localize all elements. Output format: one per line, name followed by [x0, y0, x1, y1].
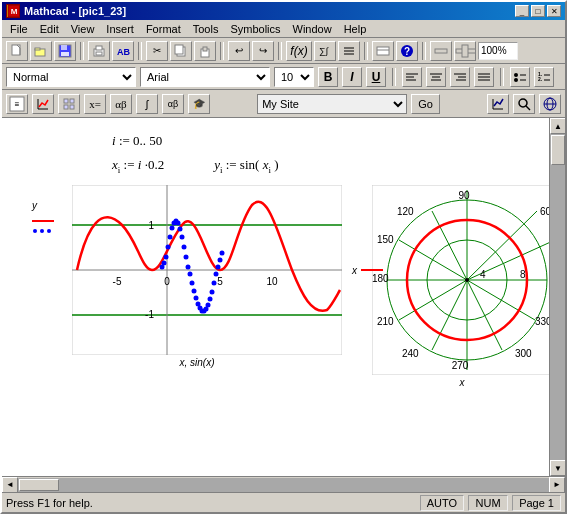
h-scroll-track[interactable]: [18, 478, 549, 492]
web-button[interactable]: [539, 94, 561, 114]
new-button[interactable]: [6, 41, 28, 61]
zoom-view-button[interactable]: [513, 94, 535, 114]
maximize-button[interactable]: □: [531, 5, 545, 17]
matrix-button[interactable]: [58, 94, 80, 114]
menu-window[interactable]: Window: [287, 22, 338, 36]
open-button[interactable]: [30, 41, 52, 61]
greek-button[interactable]: αβ: [110, 94, 132, 114]
prog-button[interactable]: 🎓: [188, 94, 210, 114]
svg-point-65: [47, 229, 51, 233]
minimize-button[interactable]: _: [515, 5, 529, 17]
italic-button[interactable]: I: [342, 67, 362, 87]
scrollbar-vertical[interactable]: ▲ ▼: [549, 118, 565, 476]
zoom-in-button[interactable]: [454, 41, 476, 61]
left-xlabel: x, sin(x): [72, 357, 322, 368]
svg-rect-4: [35, 48, 40, 50]
eq2-x: xi := i ·0.2: [112, 157, 164, 175]
svg-point-86: [178, 226, 183, 231]
legend-y-label: y: [32, 200, 37, 211]
svg-text:60: 60: [540, 206, 549, 217]
fx-button[interactable]: f(x): [286, 41, 312, 61]
menu-format[interactable]: Format: [140, 22, 187, 36]
h-scroll-thumb[interactable]: [19, 479, 59, 491]
menu-view[interactable]: View: [65, 22, 101, 36]
size-select[interactable]: 10: [274, 67, 314, 87]
align-center-button[interactable]: [426, 67, 446, 87]
menu-tools[interactable]: Tools: [187, 22, 225, 36]
svg-rect-53: [64, 105, 68, 109]
sep6: [422, 42, 426, 60]
align-right-button[interactable]: [450, 67, 470, 87]
svg-rect-15: [203, 47, 207, 51]
menu-insert[interactable]: Insert: [100, 22, 140, 36]
chart-view-button[interactable]: [487, 94, 509, 114]
svg-point-82: [170, 225, 175, 230]
scroll-up-button[interactable]: ▲: [550, 118, 565, 134]
svg-point-101: [208, 296, 213, 301]
zoom-percent[interactable]: 100%: [478, 42, 518, 60]
eval-button[interactable]: x=: [84, 94, 106, 114]
cut-button[interactable]: ✂: [146, 41, 168, 61]
svg-point-79: [164, 254, 169, 259]
graph-button[interactable]: [32, 94, 54, 114]
equation-2: xi := i ·0.2 yi := sin( xi ): [112, 157, 539, 175]
svg-point-85: [176, 220, 181, 225]
scroll-right-button[interactable]: ►: [549, 477, 565, 493]
scroll-thumb[interactable]: [551, 135, 565, 165]
help-button[interactable]: ?: [396, 41, 418, 61]
scroll-track[interactable]: [550, 134, 565, 460]
sep3: [220, 42, 224, 60]
zoom-out-button[interactable]: [430, 41, 452, 61]
menu-file[interactable]: File: [4, 22, 34, 36]
svg-point-104: [214, 271, 219, 276]
math-toolbar: ≡ x= αβ ∫ αβ 🎓 My Site Go: [2, 90, 565, 118]
numbered-button[interactable]: 1.2.: [534, 67, 554, 87]
svg-text:M: M: [11, 7, 18, 16]
align-left-button[interactable]: [402, 67, 422, 87]
close-button[interactable]: ✕: [547, 5, 561, 17]
style-select[interactable]: Normal: [6, 67, 136, 87]
bullet-button[interactable]: [510, 67, 530, 87]
main-area: i := 0.. 50 xi := i ·0.2 yi := sin( xi: [2, 118, 565, 476]
undo-button[interactable]: ↩: [228, 41, 250, 61]
menu-edit[interactable]: Edit: [34, 22, 65, 36]
svg-text:5: 5: [217, 276, 223, 287]
svg-rect-9: [96, 46, 102, 50]
svg-point-139: [465, 278, 469, 282]
underline-button[interactable]: U: [366, 67, 386, 87]
equation-button[interactable]: ∑∫: [314, 41, 336, 61]
redo-button[interactable]: ↪: [252, 41, 274, 61]
font-select[interactable]: Arial: [140, 67, 270, 87]
scroll-down-button[interactable]: ▼: [550, 460, 565, 476]
svg-point-64: [40, 229, 44, 233]
canvas[interactable]: i := 0.. 50 xi := i ·0.2 yi := sin( xi: [2, 118, 549, 476]
bold-button[interactable]: B: [318, 67, 338, 87]
paste-button[interactable]: [194, 41, 216, 61]
justify-button[interactable]: [474, 67, 494, 87]
svg-text:≡: ≡: [15, 100, 20, 109]
calc-button[interactable]: ≡: [6, 94, 28, 114]
url-bar: My Site Go: [257, 94, 440, 114]
menu-help[interactable]: Help: [338, 22, 373, 36]
url-select[interactable]: My Site: [257, 94, 407, 114]
left-chart-svg: -5 0 5 10 1 -1: [72, 185, 342, 355]
calculus-button[interactable]: ∫: [136, 94, 158, 114]
lines-button[interactable]: [338, 41, 360, 61]
go-button[interactable]: Go: [411, 94, 440, 114]
resource-button[interactable]: [372, 41, 394, 61]
menu-symbolics[interactable]: Symbolics: [224, 22, 286, 36]
spell-button[interactable]: ABC: [112, 41, 134, 61]
app-icon: M: [6, 4, 20, 18]
svg-rect-51: [64, 99, 68, 103]
svg-point-57: [519, 99, 527, 107]
save-button[interactable]: [54, 41, 76, 61]
scroll-left-button[interactable]: ◄: [2, 477, 18, 493]
print-button[interactable]: [88, 41, 110, 61]
bool-button[interactable]: αβ: [162, 94, 184, 114]
copy-button[interactable]: [170, 41, 192, 61]
right-legend-x: x: [352, 265, 357, 276]
svg-point-94: [194, 295, 199, 300]
svg-text:∑∫: ∑∫: [319, 46, 329, 56]
eq2-y: yi := sin( xi ): [214, 157, 278, 175]
svg-point-100: [206, 302, 211, 307]
